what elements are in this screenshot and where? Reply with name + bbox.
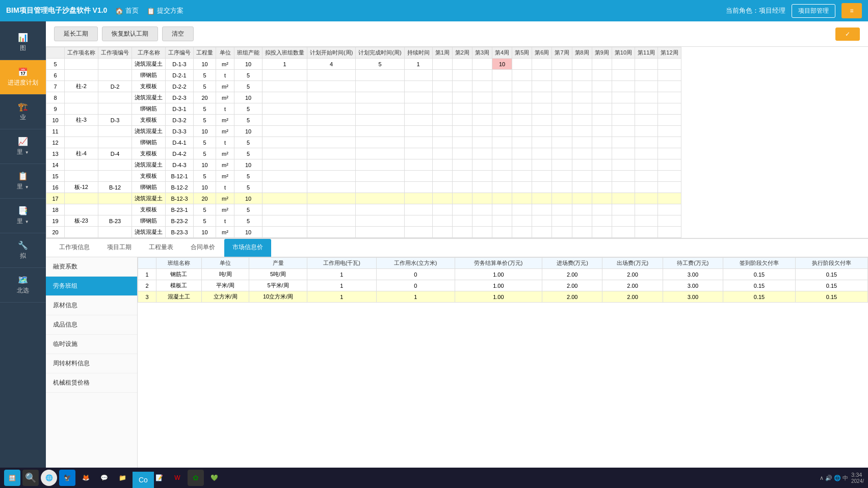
restore-default-button[interactable]: 恢复默认工期 (102, 26, 158, 41)
schedule-cell[interactable] (356, 81, 404, 92)
week-cell[interactable] (532, 171, 552, 182)
week-cell[interactable] (592, 159, 612, 171)
schedule-cell[interactable] (262, 115, 307, 126)
schedule-cell[interactable] (356, 70, 404, 81)
labor-cell[interactable]: 1 (307, 291, 376, 303)
week-cell[interactable] (635, 103, 658, 115)
week-cell[interactable] (658, 159, 681, 171)
week-cell[interactable] (612, 148, 635, 159)
week-cell[interactable] (612, 171, 635, 182)
labor-cell[interactable]: 1 (376, 291, 455, 303)
schedule-cell[interactable]: 4 (307, 59, 356, 70)
schedule-cell[interactable] (356, 137, 404, 148)
week-cell[interactable] (612, 81, 635, 92)
schedule-cell[interactable] (262, 215, 307, 227)
week-cell[interactable] (512, 70, 532, 81)
week-cell[interactable] (532, 159, 552, 171)
week-cell[interactable] (472, 148, 492, 159)
week-cell[interactable] (635, 171, 658, 182)
week-cell[interactable] (512, 126, 532, 137)
schedule-cell[interactable] (307, 159, 356, 171)
sidebar-item-8[interactable]: 🗺️ 北选 (0, 268, 46, 303)
week-cell[interactable] (572, 115, 592, 126)
week-cell[interactable] (612, 59, 635, 70)
week-cell[interactable] (572, 227, 592, 238)
week-cell[interactable] (592, 59, 612, 70)
week-cell[interactable] (592, 204, 612, 215)
schedule-cell[interactable] (404, 137, 432, 148)
labor-cell[interactable]: 1 (307, 269, 376, 280)
schedule-cell[interactable] (404, 171, 432, 182)
week-cell[interactable] (635, 137, 658, 148)
week-cell[interactable] (432, 148, 452, 159)
week-cell[interactable] (572, 171, 592, 182)
week-cell[interactable] (532, 193, 552, 204)
week-cell[interactable] (452, 103, 472, 115)
week-cell[interactable] (432, 103, 452, 115)
week-cell[interactable] (492, 92, 512, 103)
week-cell[interactable] (658, 70, 681, 81)
week-cell[interactable] (472, 70, 492, 81)
week-cell[interactable] (432, 159, 452, 171)
week-cell[interactable] (532, 182, 552, 193)
week-cell[interactable] (472, 81, 492, 92)
week-cell[interactable] (552, 81, 572, 92)
week-cell[interactable] (452, 171, 472, 182)
taskbar-edge[interactable]: 🦅 (59, 470, 75, 486)
week-cell[interactable] (432, 215, 452, 227)
week-cell[interactable] (512, 81, 532, 92)
schedule-cell[interactable] (307, 137, 356, 148)
schedule-cell[interactable] (404, 215, 432, 227)
schedule-cell[interactable] (307, 182, 356, 193)
week-cell[interactable] (658, 137, 681, 148)
schedule-cell[interactable] (404, 126, 432, 137)
week-cell[interactable] (472, 115, 492, 126)
week-cell[interactable] (512, 137, 532, 148)
week-cell[interactable] (572, 215, 592, 227)
week-cell[interactable] (552, 70, 572, 81)
week-cell[interactable] (452, 115, 472, 126)
week-cell[interactable] (572, 126, 592, 137)
week-cell[interactable] (492, 148, 512, 159)
tab-market-price[interactable]: 市场信息价 (224, 239, 271, 257)
week-cell[interactable] (432, 182, 452, 193)
week-cell[interactable] (472, 126, 492, 137)
week-cell[interactable] (635, 115, 658, 126)
schedule-cell[interactable] (262, 70, 307, 81)
week-cell[interactable] (472, 204, 492, 215)
week-cell[interactable] (452, 126, 472, 137)
week-cell[interactable] (658, 148, 681, 159)
week-cell[interactable] (612, 126, 635, 137)
week-cell[interactable] (572, 92, 592, 103)
info-item-temp[interactable]: 临时设施 (46, 335, 137, 354)
week-cell[interactable] (492, 103, 512, 115)
week-cell[interactable] (635, 182, 658, 193)
labor-cell[interactable]: 钢筋工 (156, 269, 202, 280)
submit-nav[interactable]: 📋 提交方案 (147, 6, 183, 15)
week-cell[interactable] (572, 193, 592, 204)
schedule-cell[interactable] (262, 137, 307, 148)
week-cell[interactable] (492, 215, 512, 227)
week-cell[interactable] (635, 193, 658, 204)
schedule-cell[interactable] (356, 193, 404, 204)
schedule-cell[interactable] (404, 92, 432, 103)
week-cell[interactable] (592, 81, 612, 92)
week-cell[interactable] (552, 148, 572, 159)
week-cell[interactable] (552, 115, 572, 126)
labor-cell[interactable]: 3.00 (663, 269, 723, 280)
week-cell[interactable] (592, 137, 612, 148)
week-cell[interactable] (592, 70, 612, 81)
week-cell[interactable] (432, 92, 452, 103)
schedule-cell[interactable] (262, 182, 307, 193)
schedule-cell[interactable] (404, 193, 432, 204)
week-cell[interactable] (552, 227, 572, 238)
week-cell[interactable] (432, 70, 452, 81)
labor-cell[interactable]: 吨/周 (201, 269, 249, 280)
schedule-cell[interactable] (356, 159, 404, 171)
week-cell[interactable] (635, 159, 658, 171)
labor-cell[interactable]: 3.00 (663, 291, 723, 303)
schedule-cell[interactable]: 1 (262, 59, 307, 70)
taskbar-files[interactable]: 📁 (114, 470, 130, 486)
week-cell[interactable] (658, 215, 681, 227)
schedule-cell[interactable] (262, 171, 307, 182)
